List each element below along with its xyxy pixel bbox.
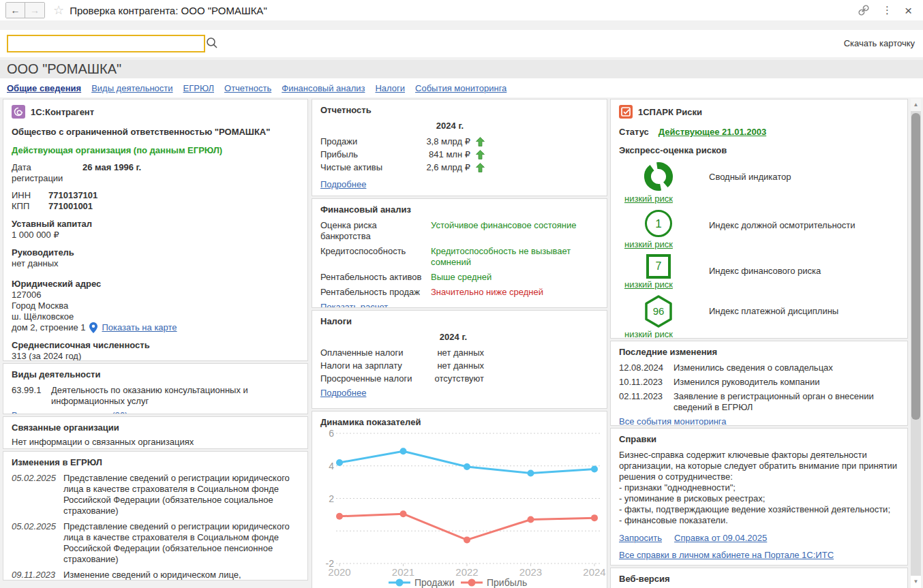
- headcount-value: 313 (за 2024 год): [12, 351, 299, 361]
- indicator-label: Индекс должной осмотрительности: [709, 220, 856, 249]
- trend-line-chart: 642-220202021202220232024ПродажиПрибыль: [320, 429, 607, 588]
- fin-analysis-row: Оценка риска банкротства Устойчивое фина…: [320, 220, 599, 242]
- reporting-row: Прибыль 841 млн ₽: [320, 148, 599, 161]
- fin-row-label: Кредитоспособность: [320, 246, 428, 268]
- svg-text:2021: 2021: [392, 566, 414, 578]
- spark-service-icon: [619, 105, 633, 119]
- change-date: 12.08.2024: [619, 362, 674, 373]
- tab-taxes[interactable]: Налоги: [375, 83, 405, 93]
- scroll-up-icon[interactable]: [911, 99, 921, 111]
- taxes-row: Оплаченные налоги нет данных: [320, 346, 599, 359]
- tab-fin-analysis[interactable]: Финансовый анализ: [282, 83, 365, 93]
- risk-indicator-row: низкий риск Сводный индикатор: [619, 160, 899, 204]
- recent-change-row: 10.11.2023 Изменился руководитель компан…: [619, 377, 899, 388]
- capital-label: Уставный капитал: [12, 219, 299, 230]
- indicator-label: Индекс платежной дисциплины: [709, 306, 838, 339]
- scrollbar-thumb[interactable]: [911, 113, 920, 420]
- change-text: Изменился руководитель компании: [674, 377, 899, 388]
- egrul-change-row: 05.02.2025 Представление сведений о реги…: [12, 473, 299, 516]
- reporting-more-link[interactable]: Подробнее: [320, 179, 366, 189]
- fin-row-value: Кредитоспособность не вызывает сомнений: [431, 246, 599, 268]
- search-toolbar: Скачать карточку: [0, 30, 923, 57]
- web-version-card: Веб-версия: [610, 568, 908, 588]
- certificate-date-link[interactable]: Справка от 09.04.2025: [674, 533, 767, 543]
- download-card-link[interactable]: Скачать карточку: [844, 38, 915, 48]
- window-titlebar: Проверка контрагента: ООО "РОМАШКА": [0, 0, 923, 20]
- change-date: 05.02.2025: [12, 521, 63, 565]
- trend-up-icon: [476, 150, 485, 159]
- reporting-row-label: Продажи: [320, 135, 423, 148]
- more-menu-icon[interactable]: [882, 4, 892, 16]
- svg-text:2022: 2022: [455, 566, 478, 578]
- taxes-title: Налоги: [320, 316, 599, 326]
- egrul-changes-title: Изменения в ЕГРЮЛ: [12, 457, 299, 467]
- change-text: Заявление в регистрационный орган о внес…: [674, 391, 899, 413]
- right-column: 1СПАРК Риски Статус Действующее 21.01.20…: [610, 99, 908, 588]
- kpp-value: 771001001: [48, 201, 93, 212]
- all-monitoring-events-link[interactable]: Все события мониторинга: [619, 416, 727, 426]
- risk-level-link[interactable]: низкий риск: [624, 279, 698, 290]
- left-column: 1С:Контрагент Общество с ограниченной от…: [3, 99, 308, 583]
- back-button[interactable]: [6, 3, 25, 18]
- tab-reporting[interactable]: Отчетность: [224, 83, 271, 93]
- fin-row-label: Рентабельность продаж: [320, 287, 428, 298]
- headcount-label: Среднесписочная численность: [12, 340, 299, 351]
- related-orgs-empty: Нет информации о связанных организациях: [12, 437, 299, 447]
- svg-text:Продажи: Продажи: [414, 577, 454, 588]
- fin-analysis-row: Кредитоспособность Кредитоспособность не…: [320, 246, 599, 268]
- indicator-label: Индекс финансового риска: [709, 266, 821, 290]
- search-input[interactable]: [7, 35, 205, 52]
- reporting-row-value: 3,8 млрд ₽: [423, 135, 470, 148]
- scroll-down-icon[interactable]: [911, 576, 921, 588]
- svg-text:2020: 2020: [328, 566, 350, 578]
- spark-status-link[interactable]: Действующее 21.01.2003: [659, 127, 766, 137]
- reporting-row: Продажи 3,8 млрд ₽: [320, 135, 599, 148]
- tab-monitoring[interactable]: События мониторинга: [415, 83, 506, 93]
- trend-up-icon: [476, 137, 485, 146]
- portal-certificates-link[interactable]: Все справки в личном кабинете на Портале…: [619, 550, 834, 560]
- fin-row-value: Выше средней: [431, 272, 599, 283]
- taxes-row-value: нет данных: [426, 359, 484, 372]
- vertical-scrollbar[interactable]: [911, 99, 921, 588]
- web-version-title: Веб-версия: [619, 574, 899, 584]
- get-link-icon[interactable]: [858, 4, 870, 16]
- tab-egrul[interactable]: ЕГРЮЛ: [183, 83, 214, 93]
- taxes-row-value: нет данных: [426, 346, 484, 359]
- company-title: ООО "РОМАШКА": [7, 61, 121, 77]
- reporting-row-label: Чистые активы: [320, 161, 423, 174]
- fin-analysis-card: Финансовый анализ Оценка риска банкротст…: [312, 198, 607, 308]
- taxes-more-link[interactable]: Подробнее: [320, 388, 366, 398]
- all-activities-link[interactable]: Все виды деятельности (26): [12, 410, 127, 414]
- tab-general[interactable]: Общие сведения: [7, 83, 81, 93]
- contractor-card: 1С:Контрагент Общество с ограниченной от…: [3, 99, 308, 361]
- forward-button[interactable]: [25, 3, 44, 18]
- fin-analysis-row: Рентабельность активов Выше средней: [320, 272, 599, 283]
- activities-card: Виды деятельности 63.99.1 Деятельность п…: [3, 363, 308, 414]
- show-calculation-link[interactable]: Показать расчет: [320, 302, 388, 308]
- request-certificate-link[interactable]: Запросить: [619, 533, 662, 543]
- reporting-title: Отчетность: [320, 105, 599, 115]
- svg-text:2023: 2023: [519, 566, 542, 578]
- close-icon[interactable]: [905, 4, 912, 17]
- show-on-map-link[interactable]: Показать на карте: [102, 322, 177, 333]
- taxes-year: 2024 г.: [423, 332, 484, 342]
- address-line: Город Москва: [12, 300, 299, 311]
- favorite-star-icon[interactable]: [53, 3, 64, 18]
- risk-level-link[interactable]: низкий риск: [624, 194, 698, 204]
- kpp-label: КПП: [12, 201, 48, 212]
- search-icon[interactable]: [206, 37, 218, 51]
- tab-activities[interactable]: Виды деятельности: [91, 83, 172, 93]
- recent-changes-card: Последние изменения 12.08.2024 Изменилис…: [610, 341, 908, 426]
- risk-level-link[interactable]: низкий риск: [624, 239, 698, 249]
- inn-label: ИНН: [12, 190, 48, 201]
- trend-up-icon: [476, 163, 485, 172]
- contractor-service-icon: [12, 105, 25, 119]
- taxes-row: Налоги на зарплату нет данных: [320, 359, 599, 372]
- spark-risks-card: 1СПАРК Риски Статус Действующее 21.01.20…: [610, 99, 908, 339]
- inn-value: 7710137101: [48, 190, 97, 201]
- risk-level-link[interactable]: низкий риск: [624, 329, 698, 339]
- address-line: дом 2, строение 1: [12, 322, 85, 333]
- svg-text:6: 6: [329, 429, 334, 439]
- egrul-changes-card: Изменения в ЕГРЮЛ 05.02.2025 Представлен…: [3, 451, 308, 581]
- fin-row-value: Устойчивое финансовое состояние: [431, 220, 599, 242]
